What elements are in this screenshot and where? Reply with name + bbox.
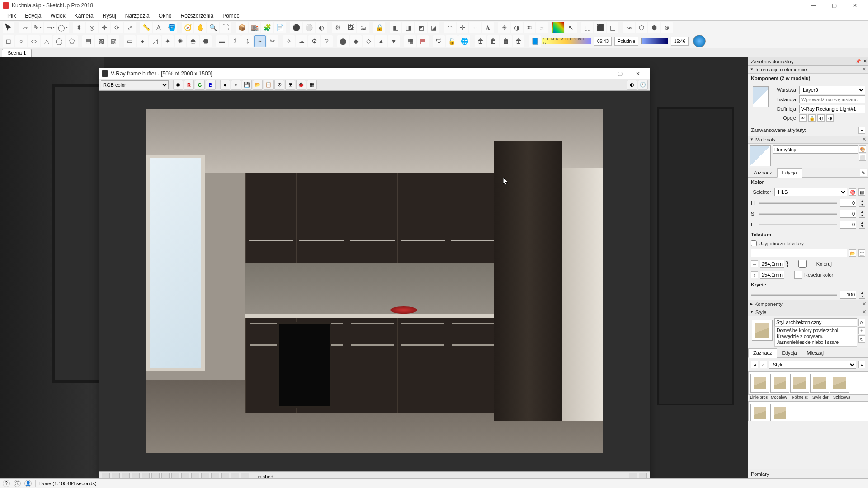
style-thumb-item[interactable] — [750, 404, 769, 421]
offset-tool-icon[interactable]: ◎ — [86, 22, 98, 33]
vray-clipper-icon[interactable]: ✂ — [267, 35, 278, 47]
vfb-status-btn-2[interactable] — [112, 473, 120, 479]
vfb-maximize-button[interactable]: ▢ — [611, 68, 629, 79]
tape-measure-icon[interactable]: 📏 — [140, 22, 152, 33]
top-view-icon[interactable]: ⬛ — [594, 22, 606, 33]
styles-details-icon[interactable]: ▸ — [858, 361, 865, 368]
opacity-slider[interactable] — [751, 294, 837, 296]
vray-light-rect-icon[interactable]: ▭ — [124, 35, 136, 47]
3dtext-icon[interactable]: 𝐀 — [482, 22, 494, 33]
vfb-status-btn-10[interactable] — [191, 473, 199, 479]
menu-narzedzia[interactable]: Narzędzia — [121, 12, 154, 20]
vray-material-5-icon[interactable]: ▼ — [388, 35, 400, 47]
shadow-time-end[interactable]: 16:46 — [671, 37, 689, 46]
style-update-icon[interactable]: ⟳ — [858, 319, 865, 326]
vray-proxy-export-icon[interactable]: ⤴ — [229, 35, 241, 47]
vfb-status-btn-11[interactable] — [201, 473, 209, 479]
vray-denoiser-icon[interactable]: ✧ — [283, 35, 295, 47]
axes-icon[interactable]: ✛ — [457, 22, 468, 33]
vfb-channel-select[interactable]: RGB color — [101, 80, 169, 89]
vfb-green-channel-button[interactable]: G — [195, 80, 205, 90]
eraser-tool-icon[interactable]: ▱ — [19, 22, 31, 33]
shadow-time-start[interactable]: 06:43 — [594, 37, 612, 46]
solid-tools-icon[interactable]: ⬢ — [648, 22, 660, 33]
vfb-clipboard-icon[interactable]: 📋 — [264, 80, 274, 90]
h-spinner[interactable]: ▲▼ — [859, 199, 865, 207]
tray-title[interactable]: Zasobnik domyślny 📌 ✕ — [748, 57, 868, 66]
vfb-titlebar[interactable]: V-Ray frame buffer - [50% of 2000 x 1500… — [99, 68, 650, 79]
pushpull-tool-icon[interactable]: ⬍ — [73, 22, 85, 33]
vray-light-mesh-icon[interactable]: ⬣ — [200, 35, 212, 47]
menu-pomoc[interactable]: Pomoc — [218, 12, 244, 20]
vfb-status-btn-5[interactable] — [142, 473, 150, 479]
lock-icon[interactable]: 🔓 — [446, 35, 458, 47]
vray-material-2-icon[interactable]: ◆ — [350, 35, 362, 47]
geo-status-icon[interactable]: ? — [3, 480, 10, 487]
entity-info-close-icon[interactable]: ✕ — [862, 66, 866, 72]
reset-color-swatch[interactable] — [794, 271, 802, 279]
vfb-status-btn-4[interactable] — [132, 473, 140, 479]
window-maximize-button[interactable]: ▢ — [824, 0, 844, 11]
materials-header[interactable]: ▼ Materiały ✕ — [748, 136, 868, 144]
section-plane-icon[interactable]: ◧ — [390, 22, 401, 33]
vfb-mono-icon[interactable]: ● — [220, 80, 230, 90]
vfb-link-pdplayer-icon[interactable]: ▦ — [307, 80, 317, 90]
layout-icon[interactable]: 📄 — [274, 22, 286, 33]
vray-light-omni-icon[interactable]: ✺ — [175, 35, 186, 47]
vfb-region-icon[interactable]: ⊞ — [285, 80, 295, 90]
material-create-icon[interactable]: 🎨 — [859, 145, 866, 153]
color-picker-icon[interactable]: 🎯 — [849, 188, 856, 196]
material-default-icon[interactable]: ⬜ — [859, 154, 866, 161]
select-tool-icon[interactable] — [3, 22, 14, 33]
vfb-status-btn-12[interactable] — [211, 473, 219, 479]
section-cut-icon[interactable]: ◩ — [415, 22, 427, 33]
fog-icon[interactable]: ≋ — [524, 22, 535, 33]
styles-tab-mix[interactable]: Mieszaj — [802, 348, 829, 357]
rectangle-tool-icon[interactable]: ▭ — [44, 22, 56, 33]
toggle-cast-icon[interactable]: ◑ — [826, 114, 834, 122]
styles-header[interactable]: ▼ Style ✕ — [748, 308, 868, 316]
style-thumb-item[interactable] — [770, 374, 789, 393]
color-swatch-icon[interactable]: ▧ — [858, 188, 865, 196]
vfb-load-icon[interactable]: 📂 — [253, 80, 263, 90]
tex-link-icon[interactable]: } — [786, 260, 788, 267]
vray-light-sphere-icon[interactable]: ● — [137, 35, 148, 47]
h-value-input[interactable] — [840, 199, 856, 207]
vray-settings-icon[interactable]: ⚙ — [308, 35, 320, 47]
material-name-input[interactable] — [773, 145, 858, 154]
extension-warehouse-icon[interactable]: 🧩 — [261, 22, 273, 33]
window-close-button[interactable]: ✕ — [844, 0, 865, 11]
brick-icon[interactable]: ▤ — [417, 35, 429, 47]
style-thumb-item[interactable] — [790, 374, 809, 393]
menu-widok[interactable]: Widok — [46, 12, 70, 20]
intersect-icon[interactable]: ⊗ — [661, 22, 673, 33]
styles-back-icon[interactable]: ◂ — [751, 361, 758, 368]
l-value-input[interactable] — [840, 221, 856, 229]
paint-bucket-icon[interactable]: 🪣 — [165, 22, 177, 33]
sphere-icon[interactable]: ○ — [15, 35, 27, 47]
prism-icon[interactable]: ⬠ — [66, 35, 78, 47]
menu-plik[interactable]: Plik — [3, 12, 20, 20]
vray-proxy-import-icon[interactable]: ⤵ — [241, 35, 253, 47]
vray-frame-buffer-icon[interactable]: 🖼 — [344, 22, 356, 33]
pointer-icon[interactable]: ↖ — [565, 22, 577, 33]
protractor-icon[interactable]: ◠ — [444, 22, 456, 33]
section-display-icon[interactable]: ◨ — [402, 22, 414, 33]
trash-1-icon[interactable]: 🗑 — [475, 35, 486, 47]
menu-rysuj[interactable]: Rysuj — [98, 12, 121, 20]
vfb-status-btn-6[interactable] — [151, 473, 160, 479]
materials-close-icon[interactable]: ✕ — [862, 136, 866, 142]
follow-me-icon[interactable]: ↝ — [623, 22, 635, 33]
shadow-icon[interactable]: ◑ — [511, 22, 523, 33]
trash-4-icon[interactable]: 🗑 — [513, 35, 524, 47]
l-slider[interactable] — [759, 224, 837, 225]
style-refresh-icon[interactable]: ↻ — [858, 335, 865, 343]
text-tool-icon[interactable]: A — [153, 22, 165, 33]
toggle-lock-icon[interactable]: 🔒 — [808, 114, 816, 122]
opacity-spinner[interactable]: ▲▼ — [859, 291, 865, 299]
vfb-status-expand-icon[interactable] — [629, 473, 637, 479]
vray-infinite-plane-icon[interactable]: ▬ — [216, 35, 228, 47]
styles-tab-edit[interactable]: Edycja — [777, 348, 802, 357]
vray-light-spot-icon[interactable]: ◿ — [149, 35, 161, 47]
globe-small-icon[interactable]: 🌐 — [458, 35, 470, 47]
